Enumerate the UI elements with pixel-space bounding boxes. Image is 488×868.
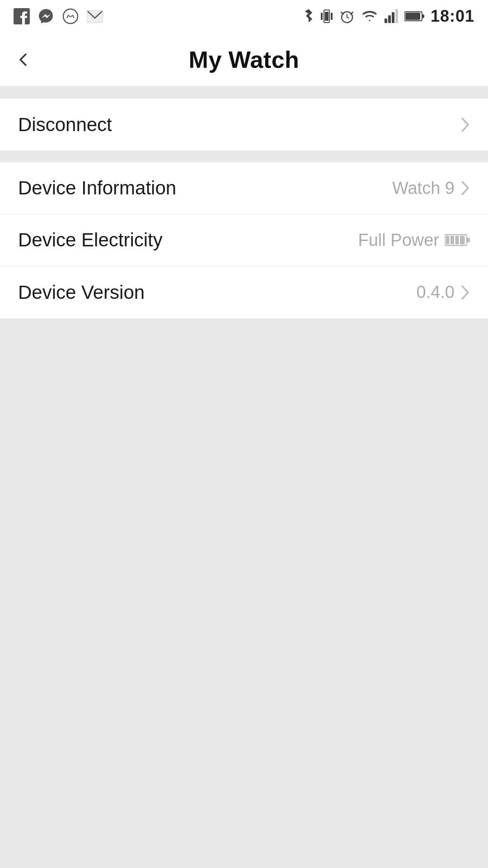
bluetooth-icon <box>303 8 314 24</box>
svg-rect-13 <box>422 14 424 18</box>
wifi-icon <box>361 9 378 24</box>
status-bar-left <box>14 8 103 24</box>
device-information-label: Device Information <box>18 177 176 199</box>
device-information-value: Watch 9 <box>392 179 455 198</box>
section-divider-middle <box>0 151 488 162</box>
disconnect-right <box>460 117 470 133</box>
device-version-right: 0.4.0 <box>416 283 470 302</box>
messenger-icon <box>38 8 54 24</box>
section-device: Device Information Watch 9 Device Electr… <box>0 162 488 318</box>
svg-rect-7 <box>385 19 387 23</box>
device-electricity-right: Full Power <box>358 231 470 250</box>
device-information-item[interactable]: Device Information Watch 9 <box>0 162 488 214</box>
device-electricity-label: Device Electricity <box>18 229 163 251</box>
bottom-background <box>0 318 488 725</box>
disconnect-label: Disconnect <box>18 114 112 136</box>
device-electricity-value: Full Power <box>358 231 440 250</box>
messenger2-icon <box>62 8 79 24</box>
svg-rect-15 <box>446 236 450 245</box>
facebook-icon <box>14 8 30 24</box>
svg-rect-10 <box>395 9 398 23</box>
svg-rect-12 <box>405 13 420 20</box>
status-bar: 18:01 <box>0 0 488 33</box>
status-bar-right: 18:01 <box>303 7 474 26</box>
svg-rect-8 <box>388 15 391 23</box>
svg-rect-9 <box>392 12 394 23</box>
device-information-chevron-icon <box>460 180 470 196</box>
signal-icon <box>385 9 398 24</box>
device-version-value: 0.4.0 <box>416 283 455 302</box>
section-disconnect: Disconnect <box>0 99 488 151</box>
chevron-right-icon <box>460 117 470 133</box>
page-title: My Watch <box>189 46 300 73</box>
device-version-item[interactable]: Device Version 0.4.0 <box>0 266 488 318</box>
svg-rect-3 <box>325 12 328 21</box>
battery-status-icon <box>404 11 424 22</box>
device-electricity-item[interactable]: Device Electricity Full Power <box>0 214 488 266</box>
device-information-right: Watch 9 <box>392 179 470 198</box>
section-divider-top <box>0 87 488 99</box>
gmail-icon <box>87 8 103 24</box>
app-header: My Watch <box>0 33 488 87</box>
device-version-label: Device Version <box>18 282 145 303</box>
disconnect-item[interactable]: Disconnect <box>0 99 488 151</box>
svg-rect-16 <box>450 236 454 245</box>
svg-rect-4 <box>321 13 323 20</box>
svg-rect-5 <box>331 13 333 20</box>
status-time: 18:01 <box>431 7 474 26</box>
svg-rect-17 <box>455 236 459 245</box>
svg-rect-19 <box>467 238 470 242</box>
svg-rect-18 <box>460 236 465 245</box>
back-button[interactable] <box>14 50 33 70</box>
alarm-icon <box>339 9 355 24</box>
device-version-chevron-icon <box>460 284 470 301</box>
vibrate-icon <box>320 8 333 24</box>
battery-full-icon <box>445 233 470 247</box>
